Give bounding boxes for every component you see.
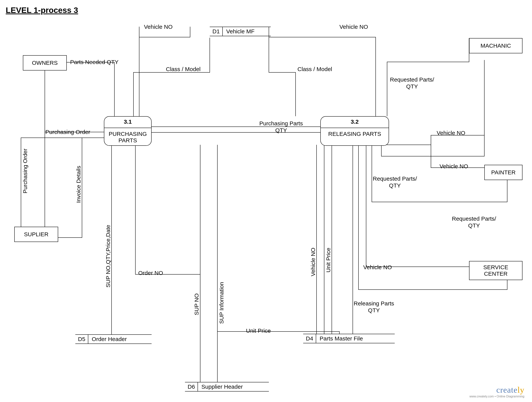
datastore-d5-name: Order Header <box>88 335 130 344</box>
entity-service-center: SERVICE CENTER <box>469 261 522 280</box>
process-3-2-id: 3.2 <box>321 117 389 128</box>
label-unit-price-h: Unit Price <box>246 327 271 334</box>
logo-tagline: www.creately.com • Online Diagramming <box>469 395 524 398</box>
label-class-model-right: Class / Model <box>298 66 332 73</box>
process-3-1: 3.1 PURCHASING PARTS <box>104 116 152 146</box>
entity-suplier: SUPLIER <box>14 227 58 242</box>
label-sup-no: SUP NO <box>193 293 200 315</box>
process-3-1-id: 3.1 <box>104 117 151 128</box>
entity-machanic: MACHANIC <box>469 38 522 53</box>
label-parts-needed-qty: Parts Needed QTY <box>70 59 118 66</box>
datastore-d5-id: D5 <box>75 335 88 344</box>
datastore-d1-id: D1 <box>210 27 223 36</box>
label-purchasing-order-h: Purchasing Order <box>45 129 90 136</box>
datastore-d6-name: Supplier Header <box>198 382 246 391</box>
label-vehicle-no-left: Vehicle NO <box>144 24 173 30</box>
datastore-d6-id: D6 <box>185 382 198 391</box>
label-sup-no-qty-price-date: SUP NO,QTY,Price,Date <box>105 225 111 287</box>
datastore-d5: D5 Order Header <box>75 334 152 344</box>
label-class-model-left: Class / Model <box>166 66 201 73</box>
datastore-d4: D4 Parts Master File <box>303 334 395 343</box>
entity-painter: PAINTER <box>484 165 522 180</box>
datastore-d4-id: D4 <box>303 334 316 343</box>
label-vehicle-no-paint: Vehicle NO <box>439 163 468 170</box>
process-3-2: 3.2 RELEASING PARTS <box>320 116 389 146</box>
datastore-d1: D1 Vehicle MF <box>210 27 271 36</box>
datastore-d4-name: Parts Master File <box>316 334 366 343</box>
label-invoice-details: Invoice Details <box>75 166 82 203</box>
label-vehicle-no-right: Vehicle NO <box>339 24 368 30</box>
label-vehicle-no-mach: Vehicle NO <box>437 130 465 136</box>
label-vehicle-no-v: Vehicle NO <box>310 248 316 276</box>
label-requested-parts-qty-1: Requested Parts/ QTY <box>390 76 434 90</box>
entity-owners: OWNERS <box>23 55 67 70</box>
process-3-2-name: RELEASING PARTS <box>321 128 389 139</box>
datastore-d6: D6 Supplier Header <box>185 382 269 391</box>
creately-logo: creately www.creately.com • Online Diagr… <box>469 385 524 398</box>
logo-text-2: ly <box>518 385 524 395</box>
logo-text-1: create <box>496 385 518 395</box>
label-requested-parts-qty-2: Requested Parts/ QTY <box>373 175 417 189</box>
label-order-no: Order NO <box>138 270 163 276</box>
process-3-1-name: PURCHASING PARTS <box>104 128 151 146</box>
label-releasing-parts-qty: Releasing Parts QTY <box>354 300 394 314</box>
label-purchasing-order-v: Purchasing Order <box>22 148 28 193</box>
label-requested-parts-qty-3: Requested Parts/ QTY <box>452 215 496 229</box>
label-sup-information: SUP Information <box>218 282 225 324</box>
label-vehicle-no-svc: Vehicle NO <box>363 264 392 271</box>
label-unit-price-v: Unit Price <box>325 248 332 272</box>
label-purchasing-parts-qty: Purchasing Parts QTY <box>259 120 303 134</box>
datastore-d1-name: Vehicle MF <box>223 27 258 36</box>
